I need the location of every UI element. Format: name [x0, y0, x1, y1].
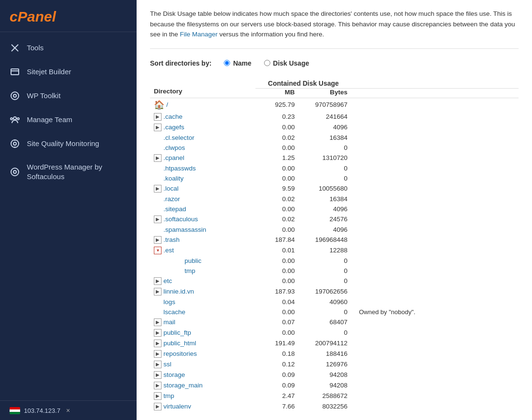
col-header-contained: Contained Disk Usage: [255, 78, 351, 89]
bytes-cell: 94208: [299, 380, 351, 391]
dir-name[interactable]: tmp: [163, 392, 174, 399]
expand-button[interactable]: ▾: [154, 247, 162, 254]
note-cell: [351, 338, 519, 349]
bytes-cell: 197062656: [299, 286, 351, 297]
expand-button[interactable]: ▶: [154, 350, 162, 358]
svg-point-10: [13, 142, 16, 145]
dir-cell: ▶.cache: [150, 112, 255, 122]
dir-name[interactable]: ssl: [163, 361, 172, 368]
mb-cell: 0.01: [255, 245, 299, 256]
expand-button[interactable]: ▶: [154, 113, 162, 121]
sidebar-item-sitejet[interactable]: Sitejet Builder: [0, 60, 137, 84]
note-cell: [351, 286, 519, 297]
dir-cell: ▶storage: [150, 370, 255, 380]
sidebar-item-label: Site Quality Monitoring: [27, 139, 99, 148]
mb-cell: 0.02: [255, 214, 299, 225]
dir-name[interactable]: linnie.id.vn: [163, 288, 194, 295]
dir-name[interactable]: .spamassassin: [163, 226, 206, 233]
table-row: ▶virtualenv7.668032256: [150, 401, 519, 412]
dir-name[interactable]: lscache: [163, 308, 185, 316]
dir-name[interactable]: .cl.selector: [163, 134, 195, 141]
dir-name[interactable]: .trash: [163, 236, 180, 243]
mb-cell: 0.04: [255, 297, 299, 307]
note-cell: [351, 98, 519, 112]
bytes-cell: 68407: [299, 317, 351, 328]
table-row: .koality0.000: [150, 173, 519, 183]
mb-cell: 0.12: [255, 359, 299, 370]
sort-name-label: Name: [233, 59, 251, 67]
dir-cell: ▶etc: [150, 276, 255, 286]
expand-button[interactable]: ▶: [154, 236, 162, 244]
expand-button[interactable]: ▶: [154, 392, 162, 400]
dir-name[interactable]: repositories: [163, 350, 197, 357]
dir-name[interactable]: .razor: [163, 195, 180, 203]
dir-name[interactable]: /: [166, 101, 168, 108]
expand-button[interactable]: ▶: [154, 371, 162, 379]
dir-name[interactable]: storage: [163, 371, 185, 378]
note-cell: [351, 317, 519, 328]
bytes-cell: 0: [299, 266, 351, 276]
expand-button[interactable]: ▶: [154, 329, 162, 337]
dir-cell: 🏠/: [150, 98, 255, 112]
expand-button[interactable]: ▶: [154, 340, 162, 347]
expand-button[interactable]: ▶: [154, 318, 162, 326]
expand-button[interactable]: ▶: [154, 382, 162, 389]
dir-name[interactable]: .cagefs: [163, 124, 185, 131]
dir-name[interactable]: etc: [163, 277, 172, 284]
expand-button[interactable]: ▶: [154, 124, 162, 131]
mb-cell: 0.00: [255, 163, 299, 173]
mb-cell: 0.00: [255, 173, 299, 183]
expand-button[interactable]: ▶: [154, 277, 162, 285]
expand-button[interactable]: ▶: [154, 403, 162, 410]
expand-button[interactable]: ▶: [154, 361, 162, 368]
dir-cell: .spamassassin: [150, 225, 255, 235]
expand-button[interactable]: ▶: [154, 154, 162, 162]
dir-cell: ▶public_ftp: [150, 328, 255, 338]
dir-name[interactable]: .cpanel: [163, 154, 185, 161]
sidebar-item-manage-team[interactable]: Manage Team: [0, 108, 137, 132]
sidebar-item-wp-toolkit[interactable]: WP Toolkit: [0, 84, 137, 108]
footer-close-button[interactable]: ×: [66, 407, 70, 414]
note-cell: [351, 256, 519, 266]
mb-cell: 2.47: [255, 391, 299, 401]
sidebar-footer: 103.74.123.7 ×: [0, 400, 137, 420]
table-row: ▶tmp2.472588672: [150, 391, 519, 401]
sort-by-disk-option[interactable]: Disk Usage: [264, 59, 309, 67]
mb-cell: 187.93: [255, 286, 299, 297]
dir-name[interactable]: tmp: [185, 267, 196, 274]
dir-name[interactable]: .local: [163, 185, 179, 192]
sitejet-icon: [10, 67, 20, 77]
dir-name[interactable]: .sitepad: [163, 205, 186, 213]
dir-name[interactable]: public: [185, 257, 201, 264]
sort-disk-radio[interactable]: [264, 60, 270, 66]
dir-name[interactable]: logs: [163, 298, 175, 306]
dir-name[interactable]: public_html: [163, 340, 196, 347]
dir-name[interactable]: .htpasswds: [163, 165, 196, 172]
dir-name[interactable]: virtualenv: [163, 403, 191, 410]
dir-name[interactable]: .softaculous: [163, 216, 198, 223]
dir-name[interactable]: .koality: [163, 175, 184, 182]
sidebar-item-tools[interactable]: Tools: [0, 36, 137, 60]
expand-button[interactable]: ▶: [154, 185, 162, 193]
home-icon: 🏠: [154, 100, 164, 110]
dir-name[interactable]: .est: [163, 247, 174, 254]
dir-name[interactable]: storage_main: [163, 382, 203, 389]
dir-name[interactable]: .cache: [163, 113, 183, 120]
dir-name[interactable]: mail: [163, 318, 175, 326]
bytes-cell: 8032256: [299, 401, 351, 412]
sidebar-item-site-quality[interactable]: Site Quality Monitoring: [0, 132, 137, 156]
dir-name[interactable]: .clwpos: [163, 144, 185, 151]
sidebar-item-label: Tools: [27, 43, 44, 53]
note-cell: [351, 297, 519, 307]
note-cell: [351, 266, 519, 276]
sidebar-item-wordpress-manager[interactable]: WordPress Manager by Softaculous: [0, 156, 137, 188]
dir-name[interactable]: public_ftp: [163, 329, 191, 336]
mb-cell: 187.84: [255, 235, 299, 245]
sort-name-radio[interactable]: [224, 60, 230, 66]
dir-cell: ▾.est: [150, 245, 255, 256]
sort-disk-label: Disk Usage: [273, 59, 309, 67]
expand-button[interactable]: ▶: [154, 216, 162, 223]
expand-button[interactable]: ▶: [154, 288, 162, 295]
sort-by-name-option[interactable]: Name: [224, 59, 251, 67]
file-manager-link[interactable]: File Manager: [180, 31, 218, 38]
